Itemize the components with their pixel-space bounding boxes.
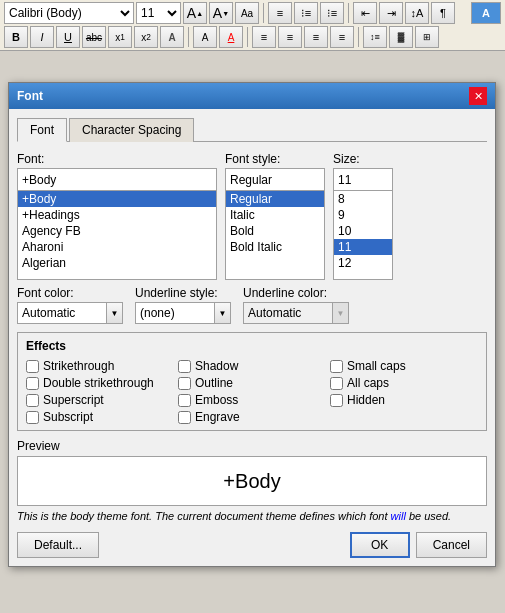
- effect-double-strikethrough[interactable]: Double strikethrough: [26, 376, 174, 390]
- all-caps-label: All caps: [347, 376, 389, 390]
- default-button[interactable]: Default...: [17, 532, 99, 558]
- grow-font-button[interactable]: A▲: [183, 2, 207, 24]
- font-color-label: Font color:: [17, 286, 123, 300]
- style-input[interactable]: [225, 168, 325, 190]
- subscript-checkbox[interactable]: [26, 411, 39, 424]
- multilevel-button[interactable]: ⁝≡: [320, 2, 344, 24]
- size-item-8[interactable]: 8: [334, 191, 392, 207]
- align-center-button[interactable]: ≡: [278, 26, 302, 48]
- font-dialog: Font ✕ Font Character Spacing Font: +Bod…: [8, 82, 496, 567]
- effect-shadow[interactable]: Shadow: [178, 359, 326, 373]
- tab-font[interactable]: Font: [17, 118, 67, 142]
- size-item-10[interactable]: 10: [334, 223, 392, 239]
- size-item-11[interactable]: 11: [334, 239, 392, 255]
- shadow-checkbox[interactable]: [178, 360, 191, 373]
- underline-style-dropdown[interactable]: (none) ▼: [135, 302, 231, 324]
- style-item-regular[interactable]: Regular: [226, 191, 324, 207]
- superscript-checkbox[interactable]: [26, 394, 39, 407]
- engrave-checkbox[interactable]: [178, 411, 191, 424]
- double-strikethrough-checkbox[interactable]: [26, 377, 39, 390]
- effect-outline[interactable]: Outline: [178, 376, 326, 390]
- tab-character-spacing[interactable]: Character Spacing: [69, 118, 194, 142]
- shrink-font-button[interactable]: A▼: [209, 2, 233, 24]
- effect-engrave[interactable]: Engrave: [178, 410, 326, 424]
- underline-color-label: Underline color:: [243, 286, 349, 300]
- borders-button[interactable]: ⊞: [415, 26, 439, 48]
- strikethrough-button[interactable]: abc: [82, 26, 106, 48]
- cancel-button[interactable]: Cancel: [416, 532, 487, 558]
- shading-button[interactable]: ▓: [389, 26, 413, 48]
- show-formatting-button[interactable]: ¶: [431, 2, 455, 24]
- font-group: Font: +Body +Headings Agency FB Aharoni …: [17, 152, 217, 280]
- font-item-aharoni[interactable]: Aharoni: [18, 239, 216, 255]
- ok-button[interactable]: OK: [350, 532, 410, 558]
- align-left-button[interactable]: ≡: [252, 26, 276, 48]
- font-name-dropdown[interactable]: Calibri (Body): [4, 2, 134, 24]
- style-list[interactable]: Regular Italic Bold Bold Italic: [225, 190, 325, 280]
- preview-note-blue: will: [391, 510, 406, 522]
- justify-button[interactable]: ≡: [330, 26, 354, 48]
- preview-note-part2: be used.: [406, 510, 451, 522]
- font-list[interactable]: +Body +Headings Agency FB Aharoni Algeri…: [17, 190, 217, 280]
- font-color-button[interactable]: A: [219, 26, 243, 48]
- size-list[interactable]: 8 9 10 11 12: [333, 190, 393, 280]
- effect-hidden[interactable]: Hidden: [330, 393, 478, 407]
- superscript-button[interactable]: x2: [134, 26, 158, 48]
- underline-color-arrow: ▼: [333, 302, 349, 324]
- italic-button[interactable]: I: [30, 26, 54, 48]
- bold-button[interactable]: B: [4, 26, 28, 48]
- font-item-algerian[interactable]: Algerian: [18, 255, 216, 271]
- toolbar-row2: B I U abc x1 x2 A A A ≡ ≡ ≡ ≡ ↕≡ ▓ ⊞: [4, 26, 501, 48]
- font-item-headings[interactable]: +Headings: [18, 207, 216, 223]
- size-input[interactable]: [333, 168, 393, 190]
- dialog-close-button[interactable]: ✕: [469, 87, 487, 105]
- numbering-button[interactable]: ⁝≡: [294, 2, 318, 24]
- outline-checkbox[interactable]: [178, 377, 191, 390]
- font-size-dropdown[interactable]: 11: [136, 2, 181, 24]
- subscript-label: Subscript: [43, 410, 93, 424]
- sort-button[interactable]: ↕A: [405, 2, 429, 24]
- word-art-button[interactable]: A: [471, 2, 501, 24]
- size-item-9[interactable]: 9: [334, 207, 392, 223]
- font-color-arrow[interactable]: ▼: [107, 302, 123, 324]
- font-item-body[interactable]: +Body: [18, 191, 216, 207]
- hidden-checkbox[interactable]: [330, 394, 343, 407]
- increase-indent-button[interactable]: ⇥: [379, 2, 403, 24]
- underline-style-arrow[interactable]: ▼: [215, 302, 231, 324]
- text-effects-button[interactable]: A: [160, 26, 184, 48]
- decrease-indent-button[interactable]: ⇤: [353, 2, 377, 24]
- hidden-label: Hidden: [347, 393, 385, 407]
- emboss-checkbox[interactable]: [178, 394, 191, 407]
- font-color-dropdown[interactable]: Automatic ▼: [17, 302, 123, 324]
- style-item-bold-italic[interactable]: Bold Italic: [226, 239, 324, 255]
- style-item-italic[interactable]: Italic: [226, 207, 324, 223]
- small-caps-checkbox[interactable]: [330, 360, 343, 373]
- effects-section: Effects Strikethrough Shadow Small caps …: [17, 332, 487, 431]
- style-group: Font style: Regular Italic Bold Bold Ita…: [225, 152, 325, 280]
- effect-superscript[interactable]: Superscript: [26, 393, 174, 407]
- font-input[interactable]: [17, 168, 217, 190]
- separator5: [358, 27, 359, 47]
- underline-style-group: Underline style: (none) ▼: [135, 286, 231, 324]
- font-color-value: Automatic: [17, 302, 107, 324]
- font-color-group: Font color: Automatic ▼: [17, 286, 123, 324]
- effect-emboss[interactable]: Emboss: [178, 393, 326, 407]
- font-dialog-button[interactable]: Aa: [235, 2, 259, 24]
- effect-small-caps[interactable]: Small caps: [330, 359, 478, 373]
- font-label: Font:: [17, 152, 217, 166]
- style-label: Font style:: [225, 152, 325, 166]
- subscript-button[interactable]: x1: [108, 26, 132, 48]
- underline-button[interactable]: U: [56, 26, 80, 48]
- effect-strikethrough[interactable]: Strikethrough: [26, 359, 174, 373]
- all-caps-checkbox[interactable]: [330, 377, 343, 390]
- font-item-agency[interactable]: Agency FB: [18, 223, 216, 239]
- align-right-button[interactable]: ≡: [304, 26, 328, 48]
- size-item-12[interactable]: 12: [334, 255, 392, 271]
- effect-all-caps[interactable]: All caps: [330, 376, 478, 390]
- strikethrough-checkbox[interactable]: [26, 360, 39, 373]
- style-item-bold[interactable]: Bold: [226, 223, 324, 239]
- highlight-button[interactable]: A: [193, 26, 217, 48]
- line-spacing-button[interactable]: ↕≡: [363, 26, 387, 48]
- bullets-button[interactable]: ≡: [268, 2, 292, 24]
- effect-subscript[interactable]: Subscript: [26, 410, 174, 424]
